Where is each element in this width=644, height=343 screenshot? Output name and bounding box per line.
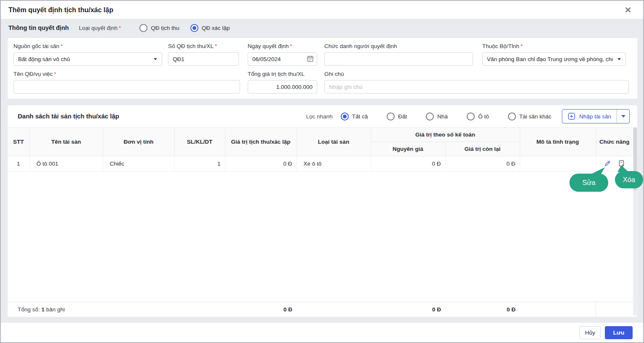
ghi-chu-input[interactable] <box>324 80 629 94</box>
radio-qd-tich-thu[interactable]: QĐ tịch thu <box>139 24 179 32</box>
radio-qd-xac-lap[interactable]: QĐ xác lập <box>190 24 230 32</box>
field-nguon-goc: Nguồn gốc tài sản* Bất động sản vô chủ <box>13 43 162 66</box>
total-records: Tổng số: 1 bản ghi <box>18 302 65 317</box>
save-button[interactable]: Lưu <box>605 326 633 339</box>
decision-type-label: Loại quyết định* <box>79 25 121 31</box>
table-row: 1 Ô tô 001 Chiếc 1 0 Đ Xe ô tô 0 Đ 0 Đ <box>8 156 633 172</box>
col-header-gia-tri-ke-toan: Giá trị theo số kế toán <box>371 128 520 142</box>
edit-tooltip: Sửa <box>569 174 608 192</box>
asset-list-title: Danh sách tài sản tịch thu/xác lập <box>18 113 119 120</box>
chevron-down-icon <box>621 115 625 118</box>
ten-qd-input[interactable] <box>13 80 240 94</box>
col-header-sl-kl-dt: SL/KL/DT <box>174 128 225 156</box>
cell-gia-tri-tich-thu: 0 Đ <box>225 156 297 172</box>
cell-ten-tai-san: Ô tô 001 <box>29 156 103 172</box>
tong-gia-tri-input[interactable] <box>248 80 317 94</box>
quick-filter-bar: Lọc nhanh Tất cả Đất Nhà Ô tô Tài sản kh… <box>306 105 630 127</box>
thuoc-bo-tinh-select[interactable]: Văn phòng Ban chỉ đạo Trung ương về phòn… <box>482 52 626 66</box>
asset-list-card: Danh sách tài sản tịch thu/xác lập Lọc n… <box>8 105 637 317</box>
col-header-nguyen-gia: Nguyên giá <box>371 142 445 156</box>
col-header-ten-tai-san: Tên tài sản <box>29 128 103 156</box>
field-chuc-danh: Chức danh người quyết định <box>324 43 473 66</box>
quick-filter-label: Lọc nhanh <box>306 113 333 120</box>
radio-circle-checked-icon <box>341 113 349 121</box>
field-ten-qd: Tên QĐ/vụ việc* <box>13 71 240 94</box>
field-tong-gia-tri: Tổng giá trị tịch thu/XL <box>248 71 317 94</box>
calendar-icon[interactable] <box>307 55 314 64</box>
field-ghi-chu: Ghi chú <box>324 71 629 94</box>
cancel-button[interactable]: Hủy <box>580 326 601 339</box>
decision-form-card: Nguồn gốc tài sản* Bất động sản vô chủ S… <box>8 38 637 99</box>
cell-stt: 1 <box>8 156 29 172</box>
col-header-gia-tri-con-lai: Giá trị còn lại <box>445 142 520 156</box>
radio-circle-icon <box>139 24 147 32</box>
col-header-gia-tri-tich-thu: Giá trị tịch thu/xác lập <box>225 128 297 156</box>
so-qd-input[interactable] <box>168 52 239 66</box>
radio-circle-icon <box>426 113 434 121</box>
chevron-down-icon <box>617 58 621 60</box>
footer-total-nguyen-gia: 0 Đ <box>371 302 445 317</box>
radio-circle-checked-icon <box>190 24 198 32</box>
add-decision-dialog: Thêm quyết định tịch thu/xác lập ✕ Thông… <box>0 0 644 343</box>
plus-square-icon <box>568 113 575 120</box>
decision-info-section: Thông tin quyết định Loại quyết định* QĐ… <box>1 19 643 36</box>
filter-tai-san-khac[interactable]: Tài sản khác <box>508 113 552 121</box>
cell-gia-tri-con-lai: 0 Đ <box>445 156 520 172</box>
total-count: 1 <box>41 306 45 313</box>
close-icon[interactable]: ✕ <box>622 4 634 16</box>
import-asset-split-button: Nhập tài sản <box>562 109 630 123</box>
field-so-qd: Số QĐ tịch thu/XL* <box>168 43 239 66</box>
import-asset-button[interactable]: Nhập tài sản <box>562 110 617 123</box>
radio-circle-icon <box>387 113 395 121</box>
table-footer: Tổng số: 1 bản ghi 0 Đ 0 Đ 0 Đ <box>8 302 633 317</box>
nguon-goc-select[interactable]: Bất động sản vô chủ <box>13 52 162 66</box>
required-asterisk: * <box>215 43 217 49</box>
col-header-don-vi-tinh: Đơn vị tính <box>103 128 174 156</box>
table-scrollbar[interactable] <box>633 127 637 316</box>
delete-tooltip: Xóa <box>615 171 643 188</box>
footer-divider <box>596 302 596 317</box>
field-thuoc-bo-tinh: Thuộc Bộ/Tỉnh* Văn phòng Ban chỉ đạo Tru… <box>482 43 626 66</box>
required-asterisk: * <box>119 25 121 31</box>
radio-circle-icon <box>467 113 475 121</box>
col-header-chuc-nang: Chức năng <box>596 128 633 156</box>
filter-nha[interactable]: Nhà <box>426 113 448 121</box>
chuc-danh-input[interactable] <box>324 52 473 66</box>
section-title: Thông tin quyết định <box>8 24 69 31</box>
footer-total-con-lai: 0 Đ <box>445 302 520 317</box>
dialog-title: Thêm quyết định tịch thu/xác lập <box>8 1 113 19</box>
required-asterisk: * <box>521 43 523 49</box>
col-header-loai-tai-san: Loại tài sản <box>297 128 371 156</box>
col-header-mo-ta: Mô tả tình trạng <box>520 128 596 156</box>
chevron-down-icon <box>154 58 157 60</box>
edit-icon[interactable] <box>604 160 611 167</box>
dialog-footer: Hủy Lưu <box>1 323 643 342</box>
filter-tat-ca[interactable]: Tất cả <box>341 113 368 121</box>
required-asterisk: * <box>54 71 56 77</box>
dialog-header: Thêm quyết định tịch thu/xác lập ✕ <box>1 1 643 19</box>
cell-mo-ta <box>520 156 596 172</box>
filter-o-to[interactable]: Ô tô <box>467 113 489 121</box>
filter-dat[interactable]: Đất <box>387 113 407 121</box>
cell-loai-tai-san: Xe ô tô <box>297 156 371 172</box>
cell-chuc-nang <box>596 156 633 172</box>
required-asterisk: * <box>61 43 63 49</box>
required-asterisk: * <box>290 43 292 49</box>
cell-don-vi-tinh: Chiếc <box>103 156 174 172</box>
cell-sl-kl-dt: 1 <box>174 156 225 172</box>
radio-circle-icon <box>508 113 516 121</box>
cell-nguyen-gia: 0 Đ <box>371 156 445 172</box>
footer-total-gia-tri: 0 Đ <box>225 302 297 317</box>
col-header-stt: STT <box>8 128 29 156</box>
import-asset-dropdown-toggle[interactable] <box>617 110 629 123</box>
field-ngay-quyet-dinh: Ngày quyết định* <box>248 43 317 66</box>
asset-table: STT Tên tài sản Đơn vị tính SL/KL/DT Giá… <box>8 127 633 172</box>
